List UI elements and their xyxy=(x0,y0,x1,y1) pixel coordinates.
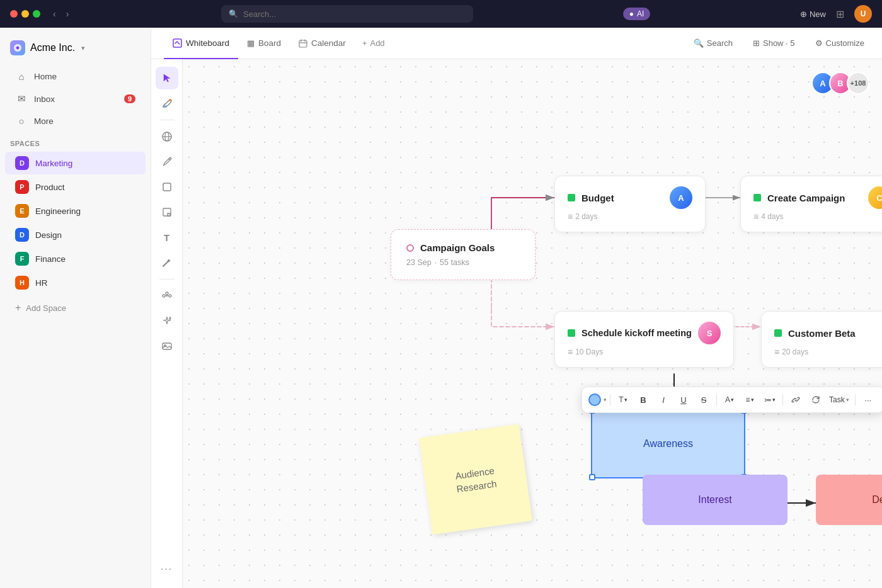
align-btn[interactable]: ≡ ▾ xyxy=(740,391,759,409)
tab-board[interactable]: ▦ Board xyxy=(238,28,290,59)
sidebar-item-inbox[interactable]: ✉ Inbox 9 xyxy=(5,88,146,110)
globe-tool[interactable] xyxy=(156,125,178,148)
sidebar-item-finance[interactable]: F Finance xyxy=(5,247,146,270)
finance-icon: F xyxy=(15,252,29,266)
svg-point-14 xyxy=(169,295,171,297)
schedule-title: Schedule kickoff meeting xyxy=(581,328,692,338)
inbox-icon: ✉ xyxy=(15,93,28,105)
task-btn[interactable]: Task ▾ xyxy=(827,395,852,404)
color-chevron-icon: ▾ xyxy=(604,397,607,403)
more-tools-button[interactable]: ··· xyxy=(156,558,178,580)
budget-title: Budget xyxy=(581,193,614,203)
sidebar-item-hr[interactable]: H HR xyxy=(5,271,146,294)
whiteboard-canvas[interactable]: T xyxy=(151,59,882,588)
campaign-goals-card[interactable]: Campaign Goals 23 Sep · 55 tasks xyxy=(391,229,536,280)
italic-btn[interactable]: I xyxy=(654,391,673,409)
draw-tool[interactable] xyxy=(156,92,178,115)
brand-name: Acme Inc. xyxy=(30,42,75,54)
interest-shape[interactable]: Interest xyxy=(643,475,788,525)
maximize-dot[interactable] xyxy=(33,10,40,18)
svg-rect-1 xyxy=(173,39,181,47)
marketing-icon: D xyxy=(15,156,29,170)
minimize-dot[interactable] xyxy=(21,10,29,18)
customer-beta-card[interactable]: Customer Beta G 20 days xyxy=(761,311,882,368)
sidebar-item-home[interactable]: ⌂ Home xyxy=(5,66,146,87)
select-tool[interactable] xyxy=(156,67,178,89)
create-campaign-title: Create Campaign xyxy=(767,193,845,203)
sidebar-item-product[interactable]: P Product xyxy=(5,176,146,198)
wb-toolbar: T xyxy=(151,59,183,588)
schedule-duration: 10 Days xyxy=(568,347,721,357)
pen-tool[interactable] xyxy=(156,150,178,173)
customer-beta-duration: 20 days xyxy=(774,347,882,357)
tab-calendar[interactable]: Calendar xyxy=(290,28,355,59)
search-action-label: Search xyxy=(707,38,733,48)
add-tab-icon: + xyxy=(362,38,367,48)
canvas-avatars: A B +108 xyxy=(816,72,869,94)
sidebar-item-engineering[interactable]: E Engineering xyxy=(5,200,146,222)
awareness-shape[interactable]: Awareness xyxy=(591,409,745,478)
underline-btn[interactable]: U xyxy=(674,391,693,409)
avatar-count: +108 xyxy=(847,72,869,94)
design-icon: D xyxy=(15,228,29,242)
hr-icon: H xyxy=(15,276,29,290)
close-dot[interactable] xyxy=(10,10,18,18)
back-button[interactable]: ‹ xyxy=(50,8,59,20)
refresh-btn[interactable] xyxy=(806,391,825,409)
magic-tool[interactable] xyxy=(156,251,178,274)
spaces-section-label: Spaces xyxy=(0,132,151,151)
brand[interactable]: Acme Inc. ▾ xyxy=(0,35,151,65)
customize-action-label: Customize xyxy=(826,38,864,48)
color-swatch xyxy=(588,393,601,406)
schedule-kickoff-card[interactable]: Schedule kickoff meeting S 10 Days xyxy=(554,311,734,368)
sidebar-item-more[interactable]: ○ More xyxy=(5,111,146,132)
topbar-right: ⊕ New ⊞ U xyxy=(800,5,872,23)
calendar-tab-label: Calendar xyxy=(311,38,346,48)
board-tab-icon: ▦ xyxy=(247,38,255,48)
hr-label: HR xyxy=(35,278,48,288)
search-input[interactable] xyxy=(243,9,466,19)
create-campaign-card[interactable]: Create Campaign C 4 days xyxy=(740,176,882,232)
grid-icon[interactable]: ⊞ xyxy=(836,8,844,20)
user-avatar[interactable]: U xyxy=(854,5,872,23)
svg-point-16 xyxy=(166,292,168,295)
sticky-note[interactable]: AudienceResearch xyxy=(419,424,532,535)
more-format-btn[interactable]: ··· xyxy=(859,391,878,409)
resize-handle-bl[interactable] xyxy=(589,474,595,480)
strikethrough-btn[interactable]: S xyxy=(694,391,713,409)
new-button[interactable]: ⊕ New xyxy=(800,9,826,19)
connect-tool[interactable] xyxy=(156,285,178,307)
ai-button[interactable]: ● AI xyxy=(623,8,651,20)
link-btn[interactable] xyxy=(786,391,805,409)
add-space-label: Add Space xyxy=(26,303,66,313)
shape-tool[interactable] xyxy=(156,176,178,198)
create-campaign-avatar: C xyxy=(868,186,882,209)
font-size-btn[interactable]: A ▾ xyxy=(720,391,739,409)
bold-btn[interactable]: B xyxy=(634,391,653,409)
text-tool[interactable]: T xyxy=(156,226,178,249)
tab-add[interactable]: + Add xyxy=(355,38,392,48)
sparkle-tool[interactable] xyxy=(156,310,178,332)
canvas[interactable]: A B +108 xyxy=(183,59,882,588)
add-space-button[interactable]: + Add Space xyxy=(5,297,146,319)
forward-button[interactable]: › xyxy=(64,8,72,20)
list-btn[interactable]: ≔ ▾ xyxy=(760,391,779,409)
finance-label: Finance xyxy=(35,254,66,264)
decision-shape[interactable]: Decision xyxy=(816,475,882,525)
search-action[interactable]: 🔍 Search xyxy=(689,36,738,50)
product-label: Product xyxy=(35,183,65,192)
note-tool[interactable] xyxy=(156,201,178,223)
font-btn[interactable]: T ▾ xyxy=(614,391,633,409)
global-search[interactable]: 🔍 xyxy=(221,5,473,23)
sidebar-item-design[interactable]: D Design xyxy=(5,223,146,246)
show-action-label: Show · 5 xyxy=(763,38,795,48)
color-picker[interactable]: ▾ xyxy=(588,393,607,406)
budget-card[interactable]: Budget A 2 days xyxy=(554,176,706,232)
customize-action[interactable]: ⚙ Customize xyxy=(810,36,869,50)
show-action[interactable]: ⊞ Show · 5 xyxy=(748,36,800,50)
sidebar-item-marketing[interactable]: D Marketing xyxy=(5,152,146,174)
main-layout: Acme Inc. ▾ ⌂ Home ✉ Inbox 9 ○ More Spac… xyxy=(0,28,882,588)
campaign-goals-title: Campaign Goals xyxy=(420,242,495,253)
image-tool[interactable] xyxy=(156,335,178,358)
tab-whiteboard[interactable]: Whiteboard xyxy=(164,28,238,59)
